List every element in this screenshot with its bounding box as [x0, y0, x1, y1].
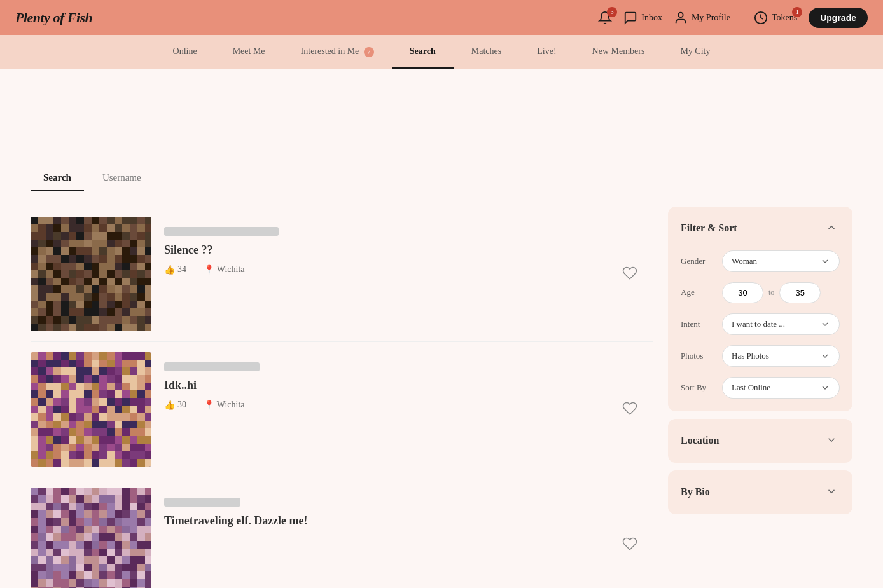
bio-expand-button[interactable] — [823, 483, 840, 502]
location-meta: 📍 Wichita — [204, 264, 245, 275]
age-meta: 👍 30 — [164, 400, 186, 411]
pin-icon: 📍 — [204, 400, 214, 411]
gender-filter-row: Gender Woman — [681, 250, 840, 272]
tokens-icon — [754, 11, 768, 25]
chevron-up-icon — [826, 222, 837, 233]
intent-select[interactable]: I want to date ... — [722, 313, 840, 335]
sort-select[interactable]: Last Online — [722, 377, 840, 399]
search-tabs: Search Username — [31, 165, 852, 191]
heart-icon — [622, 265, 637, 280]
gender-value: Woman — [732, 256, 757, 266]
upgrade-button[interactable]: Upgrade — [809, 8, 868, 28]
filter-sort-panel: Filter & Sort Gender Woman — [668, 207, 852, 411]
nav-item-meet-me[interactable]: Meet Me — [215, 35, 283, 69]
age-meta: 👍 34 — [164, 264, 186, 275]
tab-username[interactable]: Username — [90, 165, 154, 191]
location-header: Location — [681, 432, 840, 450]
nav-item-interested[interactable]: Interested in Me 7 — [283, 35, 392, 69]
sort-value: Last Online — [732, 383, 770, 393]
profile-info: Timetraveling elf. Dazzle me! — [151, 488, 653, 545]
pin-icon: 📍 — [204, 264, 214, 275]
header-divider — [742, 8, 742, 27]
profile-card[interactable]: Timetraveling elf. Dazzle me! — [31, 477, 653, 588]
intent-value: I want to date ... — [732, 319, 785, 329]
heart-icon — [622, 400, 637, 416]
photos-value: Has Photos — [732, 351, 769, 361]
tokens-button[interactable]: Tokens 1 — [754, 11, 797, 25]
age-from-input[interactable] — [722, 282, 763, 303]
tokens-badge: 1 — [792, 7, 802, 17]
nav-item-matches[interactable]: Matches — [454, 35, 519, 69]
chevron-down-icon — [820, 383, 830, 393]
sort-filter-row: Sort By Last Online — [681, 377, 840, 399]
nav-item-live[interactable]: Live! — [519, 35, 574, 69]
notification-badge: 3 — [607, 7, 617, 17]
age-label: Age — [681, 287, 716, 297]
tab-divider — [87, 171, 87, 184]
chevron-down-icon — [826, 486, 837, 497]
nav-item-search[interactable]: Search — [392, 35, 454, 69]
header: Plenty of Fish 3 Inbox My Profile — [0, 0, 883, 35]
nav-item-my-city[interactable]: My City — [662, 35, 728, 69]
photos-filter-row: Photos Has Photos — [681, 345, 840, 367]
gender-select[interactable]: Woman — [722, 250, 840, 272]
profile-meta: 👍 30 | 📍 Wichita — [164, 400, 640, 411]
profile-meta: 👍 34 | 📍 Wichita — [164, 264, 640, 275]
inbox-button[interactable]: Inbox — [623, 11, 662, 25]
profile-icon — [674, 11, 688, 25]
photos-label: Photos — [681, 351, 716, 361]
nav-item-online[interactable]: Online — [155, 35, 215, 69]
location-meta: 📍 Wichita — [204, 400, 245, 411]
profile-photo — [31, 352, 151, 467]
like-button[interactable] — [617, 531, 643, 558]
thumb-icon: 👍 — [164, 400, 175, 411]
notifications-button[interactable]: 3 — [598, 11, 612, 25]
profile-photo — [31, 488, 151, 588]
header-right: 3 Inbox My Profile Tokens 1 — [598, 8, 868, 28]
username-bar — [164, 498, 240, 507]
thumb-icon: 👍 — [164, 264, 175, 275]
profile-name: Silence ?? — [164, 243, 640, 257]
gender-label: Gender — [681, 256, 716, 266]
hero-banner — [0, 69, 883, 165]
chevron-down-icon — [826, 434, 837, 446]
profile-card[interactable]: Idk..hi 👍 30 | 📍 Wichita — [31, 342, 653, 477]
svg-point-0 — [678, 12, 683, 17]
like-button[interactable] — [617, 260, 643, 287]
filter-header: Filter & Sort — [681, 219, 840, 238]
results-list: Silence ?? 👍 34 | 📍 Wichita — [31, 207, 653, 588]
profile-info: Idk..hi 👍 30 | 📍 Wichita — [151, 352, 653, 421]
chevron-down-icon — [820, 351, 830, 361]
age-to-input[interactable] — [779, 282, 821, 303]
filter-collapse-button[interactable] — [823, 219, 840, 238]
content-layout: Silence ?? 👍 34 | 📍 Wichita — [31, 207, 852, 588]
bio-panel: By Bio — [668, 470, 852, 514]
intent-filter-row: Intent I want to date ... — [681, 313, 840, 335]
bio-header: By Bio — [681, 483, 840, 502]
profile-card[interactable]: Silence ?? 👍 34 | 📍 Wichita — [31, 207, 653, 342]
heart-icon — [622, 536, 637, 551]
my-profile-button[interactable]: My Profile — [674, 11, 730, 25]
location-panel: Location — [668, 419, 852, 463]
logo: Plenty of Fish — [15, 10, 92, 26]
location-expand-button[interactable] — [823, 432, 840, 450]
profile-photo — [31, 217, 151, 331]
filter-title: Filter & Sort — [681, 222, 737, 234]
nav-item-new-members[interactable]: New Members — [574, 35, 663, 69]
filter-sidebar: Filter & Sort Gender Woman — [668, 207, 852, 588]
like-button[interactable] — [617, 395, 643, 423]
photos-select[interactable]: Has Photos — [722, 345, 840, 367]
main-content: Search Username Silence ?? 👍 — [15, 165, 868, 588]
inbox-label: Inbox — [641, 13, 662, 23]
main-nav: Online Meet Me Interested in Me 7 Search… — [0, 35, 883, 69]
chevron-down-icon — [820, 319, 830, 329]
age-inputs: to — [722, 282, 840, 303]
username-bar — [164, 227, 279, 236]
age-to-label: to — [768, 288, 774, 297]
tab-search[interactable]: Search — [31, 165, 84, 191]
username-bar — [164, 362, 260, 371]
profile-label: My Profile — [692, 13, 730, 23]
sort-label: Sort By — [681, 383, 716, 393]
profile-info: Silence ?? 👍 34 | 📍 Wichita — [151, 217, 653, 285]
age-filter-row: Age to — [681, 282, 840, 303]
